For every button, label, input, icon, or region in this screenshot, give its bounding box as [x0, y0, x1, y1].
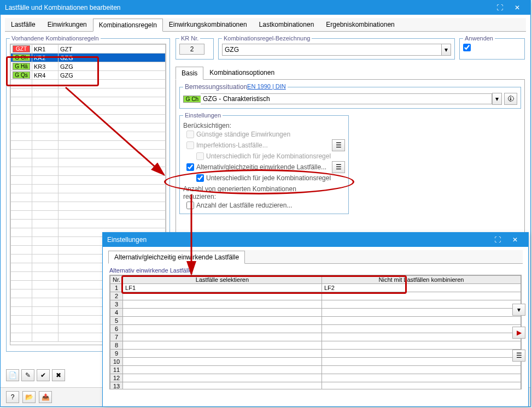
overlay-row[interactable]: 12 — [110, 374, 521, 382]
overlay-tab[interactable]: Alternativ/gleichzeitig einwirkende Last… — [108, 251, 245, 264]
new-icon[interactable]: 📄 — [6, 369, 19, 381]
right-play-icon[interactable]: ▶ — [512, 327, 525, 339]
kr-nr-label: KR Nr. — [179, 35, 200, 42]
desc-input[interactable] — [222, 44, 441, 56]
chk-imperfekt — [186, 141, 194, 149]
right-dropdown-icon[interactable]: ▾ — [512, 304, 525, 316]
apply-label: Anwenden — [463, 35, 495, 42]
restore-button[interactable]: ⛶ — [491, 4, 508, 11]
lbl-guenstige: Günstige ständige Einwirkungen — [196, 131, 290, 138]
rule-row[interactable]: G ChKR2GZG — [11, 54, 166, 62]
main-tab-0[interactable]: Lastfälle — [5, 18, 42, 31]
lbl-reduz1: Anzahl der Lastfälle reduzieren... — [196, 202, 292, 209]
overlay-restore-button[interactable]: ⛶ — [489, 236, 506, 244]
overlay-row[interactable]: 2 — [110, 292, 521, 300]
bemessung-label: Bemessungssituation — [185, 83, 247, 91]
lbl-alternativ: Alternativ/gleichzeitig einwirkende Last… — [196, 163, 326, 171]
lbl-untersch2: Unterschiedlich für jede Kombinationsreg… — [206, 174, 331, 182]
right-toolstrip: ▾ ▶ ☰ — [512, 304, 525, 362]
overlay-window: Einstellungen ⛶ ✕ Alternativ/gleichzeiti… — [102, 232, 529, 407]
lbl-untersch1: Unterschiedlich für jede Kombinationsreg… — [206, 152, 331, 160]
rule-row[interactable]: G HäKR3GZG — [11, 62, 166, 71]
chk-alternativ[interactable] — [186, 163, 194, 171]
desc-dropdown-icon[interactable]: ▾ — [441, 44, 451, 56]
overlay-close-button[interactable]: ✕ — [506, 236, 524, 244]
titlebar: Lastfälle und Kombinationen bearbeiten ⛶… — [1, 1, 530, 15]
bemessung-info-icon[interactable]: 🛈 — [504, 93, 517, 105]
consider-label: Berücksichtigen: — [183, 122, 231, 129]
rename-icon[interactable]: ✎ — [21, 369, 34, 381]
window-title: Lastfälle und Kombinationen bearbeiten — [5, 4, 491, 11]
settings-label: Einstellungen — [183, 112, 223, 119]
main-tab-3[interactable]: Einwirkungskombinationen — [163, 18, 253, 31]
close-button[interactable]: ✕ — [508, 4, 526, 11]
overlay-row[interactable]: 7 — [110, 333, 521, 341]
overlay-title: Einstellungen — [107, 236, 489, 244]
main-tab-5[interactable]: Ergebniskombinationen — [320, 18, 400, 31]
main-tab-1[interactable]: Einwirkungen — [42, 18, 93, 31]
rule-list-header: Vorhandene Kombinationsregeln — [10, 35, 101, 42]
check-icon[interactable]: ✔ — [37, 369, 50, 381]
left-toolbar: 📄 ✎ ✔ ✖ — [6, 369, 65, 381]
overlay-row[interactable]: 1LF1LF2 — [110, 284, 521, 292]
lbl-imperfekt: Imperfektions-Lastfälle... — [196, 141, 268, 149]
overlay-titlebar: Einstellungen ⛶ ✕ — [103, 233, 528, 247]
rule-row[interactable]: G QsKR4GZG — [11, 71, 166, 80]
bemessung-badge: G Ch — [183, 96, 201, 103]
imperfekt-settings-icon[interactable]: ☰ — [332, 139, 345, 151]
overlay-row[interactable]: 10 — [110, 358, 521, 366]
overlay-group-label: Alternativ einwirkende Lastfälle — [109, 267, 522, 274]
rule-row[interactable]: GZTKR1GZT — [11, 45, 166, 54]
open-icon[interactable]: 📂 — [22, 391, 36, 403]
sub-tab-0[interactable]: Basis — [176, 67, 203, 80]
sub-tabs: BasisKombinationsoptionen — [176, 66, 525, 80]
bemessung-dropdown-icon[interactable]: ▾ — [492, 93, 502, 105]
overlay-table[interactable]: Nr.Lastfälle selektierenNicht mit Lastfä… — [110, 275, 521, 389]
overlay-row[interactable]: 4 — [110, 309, 521, 317]
delete-icon[interactable]: ✖ — [52, 369, 65, 381]
kr-nr-field[interactable] — [179, 44, 204, 55]
main-tab-2[interactable]: Kombinationsregeln — [93, 19, 163, 32]
desc-label: Kombinationsregel-Bezeichnung — [222, 35, 312, 42]
chk-untersch1 — [196, 152, 204, 160]
chk-guenstige — [186, 131, 194, 138]
norm-link[interactable]: EN 1990 | DIN — [247, 83, 286, 90]
bemessung-select[interactable] — [201, 93, 492, 104]
right-list-icon[interactable]: ☰ — [512, 350, 525, 362]
main-tabs: LastfälleEinwirkungenKombinationsregelnE… — [5, 18, 526, 32]
export-icon[interactable]: 📤 — [39, 391, 52, 403]
chk-reduz1[interactable] — [186, 202, 194, 209]
help-icon[interactable]: ? — [6, 391, 19, 403]
main-tab-4[interactable]: Lastkombinationen — [253, 18, 320, 31]
sub-tab-1[interactable]: Kombinationsoptionen — [203, 66, 280, 79]
apply-checkbox[interactable] — [463, 44, 471, 51]
overlay-row[interactable]: 6 — [110, 325, 521, 333]
reduce-label: Anzahl von generierten Kombinationen red… — [183, 185, 309, 200]
overlay-row[interactable]: 11 — [110, 366, 521, 374]
overlay-row[interactable]: 5 — [110, 317, 521, 325]
overlay-row[interactable]: 8 — [110, 341, 521, 350]
overlay-row[interactable]: 13 — [110, 382, 521, 390]
chk-untersch2[interactable] — [196, 174, 204, 182]
overlay-row[interactable]: 9 — [110, 350, 521, 358]
overlay-row[interactable]: 3 — [110, 300, 521, 309]
alternativ-settings-icon[interactable]: ☰ — [332, 161, 345, 173]
